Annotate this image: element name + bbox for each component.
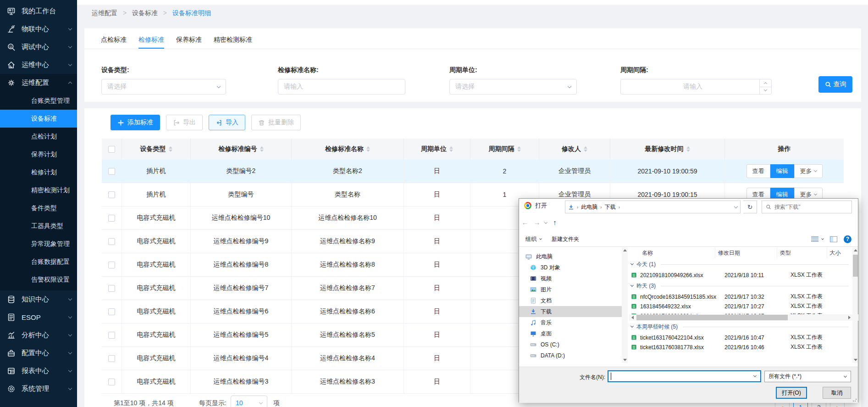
header-cycle-interval[interactable]: 周期间隔 — [470, 139, 539, 160]
dialog-nav-item-selected[interactable]: 下载 — [519, 306, 622, 317]
file-row[interactable]: ticket1631760381778.xlsx2021/9/16 10:46X… — [629, 342, 852, 352]
row-checkbox[interactable] — [108, 285, 115, 292]
dialog-nav-item[interactable]: 视频 — [519, 273, 622, 284]
header-modifier[interactable]: 修改人 — [539, 139, 610, 160]
group-collapse-icon[interactable] — [630, 262, 634, 265]
dialog-nav-item[interactable]: 音乐 — [519, 317, 622, 328]
group-collapse-icon[interactable] — [630, 284, 634, 287]
resize-grip[interactable] — [852, 397, 857, 402]
tab-inspection-standard[interactable]: 点检标准 — [101, 36, 127, 49]
sidebar-subitem[interactable]: 保养计划 — [0, 145, 77, 163]
tab-repair-standard[interactable]: 检修标准 — [138, 36, 164, 49]
history-chevron-icon[interactable] — [544, 220, 547, 223]
row-checkbox[interactable] — [108, 379, 115, 385]
header-modified-time[interactable]: 最新修改时间 — [610, 139, 725, 160]
address-dropdown-icon[interactable] — [734, 204, 738, 208]
sidebar-subitem[interactable]: 告警权限设置 — [0, 271, 77, 289]
sidebar-item[interactable]: 分析中心 — [0, 326, 77, 344]
dialog-nav-item[interactable]: 桌面 — [519, 328, 622, 339]
back-button[interactable]: ← — [519, 218, 531, 226]
sidebar-subitem[interactable]: 台账类型管理 — [0, 92, 77, 110]
sort-icon[interactable] — [449, 146, 453, 152]
sidebar-item[interactable]: 配置中心 — [0, 344, 77, 362]
tab-precision-standard[interactable]: 精密检测标准 — [214, 36, 252, 49]
scroll-down-icon[interactable] — [852, 357, 858, 363]
scroll-up-icon[interactable] — [852, 247, 858, 253]
device-type-select[interactable]: 请选择 — [101, 79, 226, 95]
sort-icon[interactable] — [517, 146, 521, 152]
sort-icon[interactable] — [366, 146, 370, 152]
dialog-nav-item[interactable]: 3D 对象 — [519, 262, 622, 273]
dialog-nav-item[interactable]: 文档 — [519, 295, 622, 306]
add-standard-button[interactable]: 添加标准 — [111, 115, 160, 130]
select-all-checkbox[interactable] — [108, 146, 115, 153]
row-checkbox[interactable] — [108, 355, 115, 362]
edit-button[interactable]: 编辑 — [770, 164, 794, 178]
sidebar-item[interactable]: 调试中心 — [0, 38, 77, 56]
column-date[interactable]: 修改日期 — [715, 247, 777, 258]
sort-icon[interactable] — [584, 146, 587, 152]
sidebar-subitem[interactable]: 点检计划 — [0, 128, 77, 145]
sidebar-subitem[interactable]: 备件类型 — [0, 199, 77, 217]
row-checkbox[interactable] — [108, 262, 115, 268]
scroll-left-icon[interactable] — [629, 314, 636, 321]
sidebar-item[interactable]: 运维配置 — [0, 74, 77, 92]
row-checkbox[interactable] — [108, 308, 115, 315]
sidebar-item[interactable]: ESOP — [0, 308, 77, 326]
breadcrumb-item[interactable]: 设备标准 — [132, 9, 158, 17]
refresh-button[interactable]: ↻ — [743, 201, 757, 213]
sort-icon[interactable] — [169, 146, 172, 152]
row-checkbox[interactable] — [108, 238, 115, 245]
sidebar-subitem-active[interactable]: 设备标准 — [0, 110, 77, 128]
file-group-header[interactable]: 昨天 (3) — [629, 280, 852, 292]
scroll-down-icon[interactable] — [622, 357, 628, 363]
header-standard-code[interactable]: 检修标准编号 — [191, 139, 292, 160]
per-page-select[interactable]: 10 — [231, 396, 267, 407]
header-device-type[interactable]: 设备类型 — [122, 139, 191, 160]
dialog-nav-item[interactable]: OS (C:) — [519, 339, 622, 350]
cycle-interval-input[interactable]: 请输入 — [620, 79, 772, 95]
sort-icon[interactable] — [260, 146, 264, 152]
file-row[interactable]: nfcQrcode1631845915185.xlsx2021/9/17 10:… — [629, 292, 852, 301]
dialog-nav-item[interactable]: 图片 — [519, 284, 622, 295]
sidebar-item[interactable]: 物联中心 — [0, 20, 77, 38]
list-scrollbar[interactable] — [852, 247, 858, 363]
export-button[interactable]: 导出 — [166, 115, 203, 130]
sidebar-item[interactable]: 系统管理 — [0, 380, 77, 398]
sort-icon[interactable] — [686, 146, 690, 152]
dialog-search-input[interactable]: 搜索"下载" — [762, 201, 852, 213]
batch-delete-button[interactable]: 批量删除 — [251, 115, 301, 130]
open-button[interactable]: 打开(O) — [776, 387, 807, 399]
query-button[interactable]: 查询 — [818, 76, 852, 93]
breadcrumb-item[interactable]: 运维配置 — [92, 9, 117, 17]
sidebar-item[interactable]: 运维中心 — [0, 56, 77, 74]
dialog-nav-item[interactable]: DATA (D:) — [519, 350, 622, 361]
file-group-header[interactable]: 本周早些时候 (5) — [629, 321, 852, 333]
column-size[interactable]: 大小 — [827, 247, 853, 258]
file-group-header[interactable]: 今天 (1) — [629, 258, 852, 270]
sidebar-subitem[interactable]: 异常现象管理 — [0, 235, 77, 253]
column-type[interactable]: 类型 — [777, 247, 827, 258]
dialog-nav-item[interactable]: 此电脑 — [519, 251, 622, 262]
import-button[interactable]: 导入 — [209, 115, 245, 130]
crumb-downloads[interactable]: 下载 — [605, 203, 616, 211]
preview-pane-icon[interactable] — [830, 236, 837, 242]
crumb-this-pc[interactable]: 此电脑 — [581, 203, 597, 211]
row-checkbox[interactable] — [108, 215, 115, 222]
cycle-unit-select[interactable]: 请选择 — [449, 79, 577, 95]
row-checkbox[interactable] — [108, 332, 115, 339]
stepper-up-button[interactable] — [760, 79, 771, 87]
filename-input[interactable] — [608, 370, 761, 382]
file-row[interactable]: 1631845649232.xlsx2021/9/17 10:27XLSX 工作… — [629, 301, 852, 311]
sidebar-item[interactable]: 我的工作台 — [0, 2, 77, 20]
more-button[interactable]: 更多 — [794, 164, 823, 178]
scroll-up-icon[interactable] — [622, 247, 628, 253]
sidebar-subitem[interactable]: 检修计划 — [0, 163, 77, 181]
view-mode-button[interactable] — [811, 236, 824, 242]
up-button[interactable]: ↑ — [549, 218, 561, 226]
new-folder-button[interactable]: 新建文件夹 — [552, 235, 579, 243]
address-breadcrumb[interactable]: › 此电脑 › 下载 › — [565, 201, 741, 213]
help-icon[interactable]: ? — [844, 235, 851, 243]
filetype-select[interactable]: 所有文件 (*.*) — [764, 371, 851, 382]
sidebar-subitem[interactable]: 台账数据配置 — [0, 253, 77, 271]
